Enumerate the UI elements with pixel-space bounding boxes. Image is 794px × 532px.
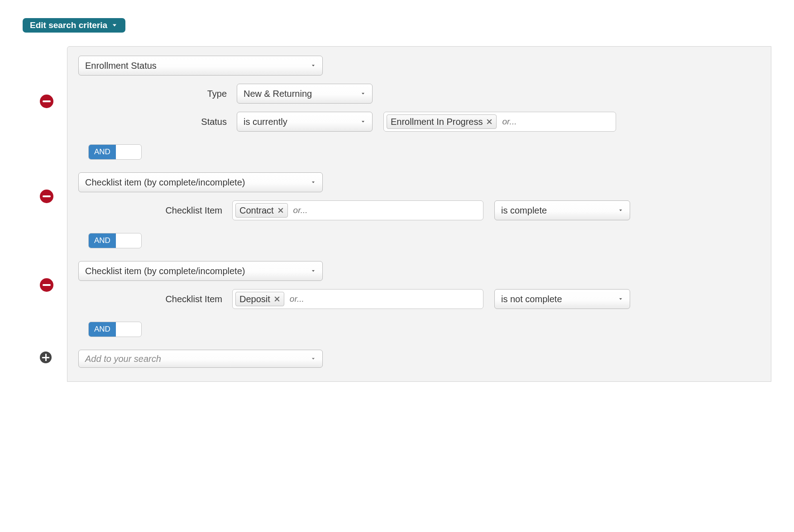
add-criterion-row: Add to your search	[78, 350, 760, 368]
item-or-input[interactable]	[292, 205, 478, 216]
caret-down-icon	[311, 268, 316, 274]
status-operator-value: is currently	[244, 117, 287, 127]
field-select[interactable]: Enrollment Status	[78, 56, 323, 76]
search-criteria-builder: Enrollment Status Type New & Returning S…	[67, 46, 771, 382]
item-state-select[interactable]: is not complete	[494, 289, 630, 309]
status-tag: Enrollment In Progress	[387, 114, 497, 129]
logic-toggle-blank	[116, 233, 141, 248]
logic-toggle-blank	[116, 145, 141, 159]
status-label: Status	[78, 117, 237, 127]
minus-circle-icon	[40, 190, 53, 203]
logic-toggle-and[interactable]: AND	[88, 144, 142, 160]
plus-circle-icon	[40, 352, 52, 363]
type-label: Type	[78, 89, 237, 99]
logic-toggle-label: AND	[89, 145, 116, 159]
add-criterion-select[interactable]: Add to your search	[78, 350, 323, 368]
chevron-down-icon	[111, 22, 118, 29]
criterion-3: Checklist item (by complete/incomplete) …	[78, 261, 760, 345]
caret-down-icon	[311, 356, 316, 361]
item-state-value: is complete	[501, 205, 547, 216]
minus-circle-icon	[40, 278, 53, 292]
logic-toggle-blank	[116, 322, 141, 337]
caret-down-icon	[618, 296, 623, 302]
caret-down-icon	[360, 91, 366, 96]
status-or-input[interactable]	[501, 116, 611, 127]
field-select[interactable]: Checklist item (by complete/incomplete)	[78, 261, 323, 281]
item-state-value: is not complete	[501, 294, 562, 304]
field-select-value: Enrollment Status	[85, 61, 157, 71]
item-tag-label: Deposit	[239, 294, 270, 304]
add-criterion-button[interactable]	[40, 352, 52, 363]
item-or-input[interactable]	[289, 294, 478, 304]
item-tag: Contract	[235, 203, 288, 218]
minus-circle-icon	[40, 95, 53, 108]
status-tag-label: Enrollment In Progress	[391, 117, 483, 127]
edit-search-criteria-label: Edit search criteria	[30, 20, 107, 30]
status-operator-select[interactable]: is currently	[237, 112, 373, 132]
status-value-tagbox[interactable]: Enrollment In Progress	[383, 112, 616, 132]
item-value-tagbox[interactable]: Contract	[232, 200, 483, 220]
add-criterion-placeholder: Add to your search	[85, 354, 161, 364]
caret-down-icon	[311, 63, 316, 68]
item-value-tagbox[interactable]: Deposit	[232, 289, 483, 309]
remove-tag-button[interactable]	[277, 207, 284, 214]
item-state-select[interactable]: is complete	[494, 200, 630, 220]
field-select-value: Checklist item (by complete/incomplete)	[85, 177, 245, 188]
remove-criterion-button[interactable]	[40, 278, 53, 292]
remove-criterion-button[interactable]	[40, 95, 53, 108]
remove-tag-button[interactable]	[486, 119, 493, 125]
caret-down-icon	[360, 119, 366, 124]
item-label: Checklist Item	[78, 205, 232, 216]
field-select[interactable]: Checklist item (by complete/incomplete)	[78, 172, 323, 192]
item-tag-label: Contract	[239, 205, 274, 216]
caret-down-icon	[311, 180, 316, 185]
item-tag: Deposit	[235, 292, 284, 306]
field-select-value: Checklist item (by complete/incomplete)	[85, 266, 245, 276]
type-select-value: New & Returning	[244, 89, 312, 99]
logic-toggle-and[interactable]: AND	[88, 322, 142, 337]
type-select[interactable]: New & Returning	[237, 84, 373, 104]
criterion-1: Enrollment Status Type New & Returning S…	[78, 56, 760, 168]
logic-toggle-label: AND	[89, 322, 116, 337]
logic-toggle-and[interactable]: AND	[88, 233, 142, 248]
item-label: Checklist Item	[78, 294, 232, 304]
edit-search-criteria-button[interactable]: Edit search criteria	[23, 18, 125, 33]
caret-down-icon	[618, 208, 623, 213]
remove-tag-button[interactable]	[274, 296, 280, 302]
remove-criterion-button[interactable]	[40, 190, 53, 203]
criterion-2: Checklist item (by complete/incomplete) …	[78, 172, 760, 256]
logic-toggle-label: AND	[89, 233, 116, 248]
